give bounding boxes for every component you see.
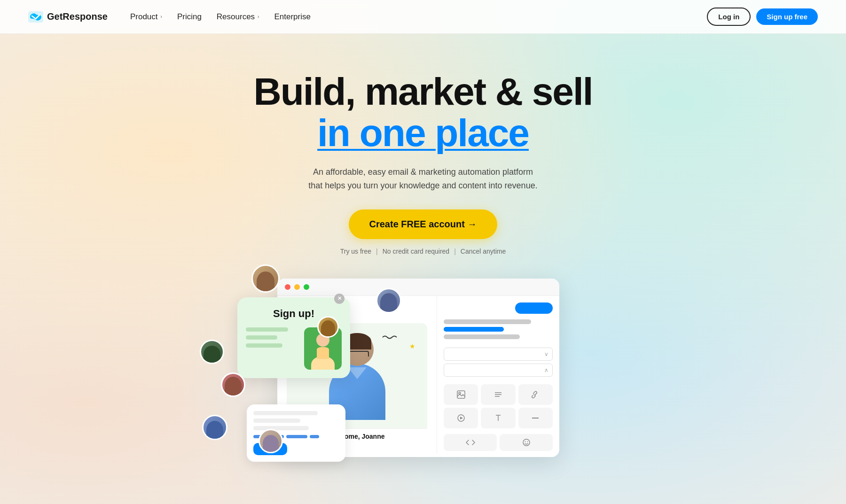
create-account-button[interactable]: Create FREE account → (349, 209, 498, 239)
bottom-tools (444, 434, 553, 451)
chevron-icon: › (161, 14, 162, 19)
avatar-right-top (376, 288, 401, 313)
window-close-dot (285, 284, 290, 290)
blue-pill (515, 302, 553, 314)
hero-section: Build, market & sell in one place An aff… (0, 34, 846, 466)
navbar: GetResponse Product › Pricing Resources … (0, 0, 846, 34)
play-icon (444, 408, 478, 428)
svg-rect-3 (457, 391, 465, 398)
signup-button[interactable]: Sign up free (756, 8, 818, 25)
code-icon (444, 434, 497, 451)
nav-resources[interactable]: Resources › (211, 8, 265, 25)
hero-trust-bar: Try us free | No credit card required | … (340, 248, 506, 255)
nav-enterprise[interactable]: Enterprise (268, 8, 316, 25)
avatar-left-mid (200, 340, 224, 364)
signup-card: Sign up! ✕ (237, 297, 350, 378)
svg-point-15 (527, 441, 528, 442)
chevron-icon: › (258, 14, 259, 19)
trust-item-1: Try us free (340, 248, 371, 255)
trust-separator-2: | (454, 248, 456, 255)
link-icon (518, 384, 553, 405)
avatar-mid-top (317, 316, 339, 338)
window-minimize-dot (294, 284, 300, 290)
svg-point-13 (523, 439, 530, 446)
logo-text: GetResponse (47, 11, 108, 22)
close-icon: ✕ (334, 294, 345, 304)
window-titlebar (277, 279, 559, 296)
logo[interactable]: GetResponse (28, 11, 108, 23)
nav-links: Product › Pricing Resources › Enterprise (125, 8, 316, 25)
emoji-icon (500, 434, 553, 451)
text-bars (444, 319, 553, 342)
text-align-icon (481, 384, 515, 405)
dropdown-bars: ∨ ∧ (444, 348, 553, 377)
nav-pricing[interactable]: Pricing (172, 8, 207, 25)
hero-description: An affordable, easy email & marketing au… (306, 165, 540, 193)
image-tool-icon (444, 384, 478, 405)
trust-item-2: No credit card required (383, 248, 449, 255)
text-icon (481, 408, 515, 428)
login-button[interactable]: Log in (707, 8, 751, 26)
getresponse-logo-icon (28, 11, 43, 23)
hero-headline: Build, market & sell in one place (253, 71, 592, 154)
tool-icons-grid (444, 384, 553, 428)
divider-icon (518, 408, 553, 428)
avatar-left-bottom (221, 372, 245, 397)
svg-point-14 (525, 441, 525, 442)
navbar-right: Log in Sign up free (707, 8, 818, 26)
hero-visuals: Sign up! ✕ (164, 279, 682, 466)
star-decoration-2: ★ (409, 342, 415, 350)
avatar-bottom-1 (202, 415, 227, 440)
squiggle-decoration (380, 333, 399, 344)
trust-item-3: Cancel anytime (461, 248, 506, 255)
window-maximize-dot (304, 284, 309, 290)
navbar-left: GetResponse Product › Pricing Resources … (28, 8, 316, 25)
hero-headline-line2: in one place (253, 112, 592, 154)
hero-headline-line1: Build, market & sell (253, 71, 592, 112)
hero-cta-area: Create FREE account → (349, 209, 498, 239)
trust-separator-1: | (376, 248, 378, 255)
avatar-top (251, 264, 280, 293)
svg-marker-9 (460, 417, 463, 419)
tools-panel: ∨ ∧ (437, 296, 559, 453)
avatar-bottom-2 (258, 429, 283, 453)
panel-top (444, 302, 553, 314)
nav-product[interactable]: Product › (125, 8, 168, 25)
